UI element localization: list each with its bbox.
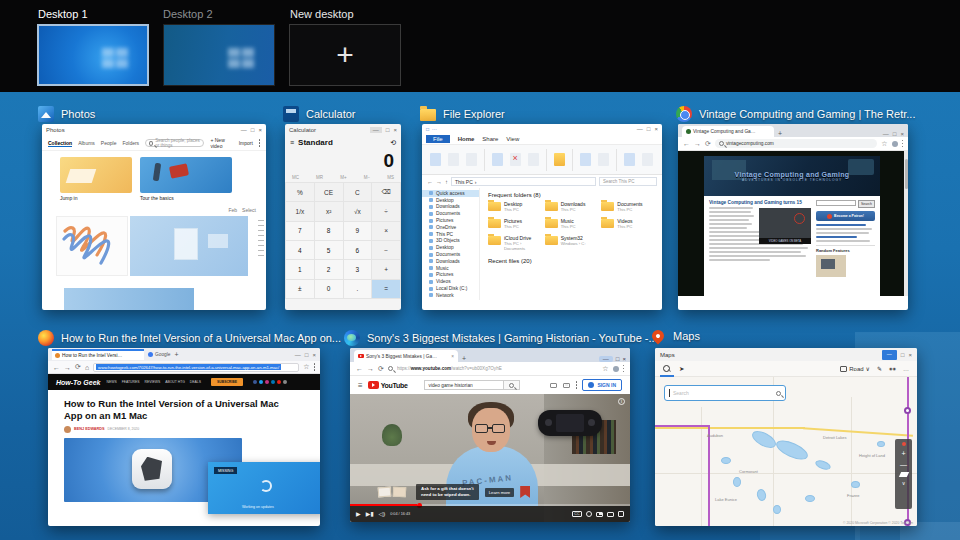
new-tab-icon[interactable]: + [778, 130, 782, 137]
new-video-button[interactable]: + New video [210, 137, 232, 149]
vintage-computer-image[interactable] [816, 255, 846, 277]
tab-people[interactable]: People [101, 140, 117, 146]
folder-desktop[interactable]: DesktopThis PC [488, 201, 541, 212]
photos-card[interactable]: Tour the basics [140, 157, 232, 201]
profile-avatar[interactable] [892, 141, 898, 147]
sidebar-item-onedrive[interactable]: OneDrive [422, 224, 479, 231]
settings-gear-icon[interactable] [586, 511, 592, 517]
photo-thumbnail-wide[interactable] [64, 288, 194, 310]
map-style-dropdown[interactable]: Road∨ [840, 365, 870, 372]
photo-thumbnail-scribble[interactable] [56, 216, 128, 276]
maximize-icon[interactable]: □ [893, 131, 897, 137]
social-icons[interactable] [253, 380, 287, 384]
key-sqrt[interactable]: √x [344, 202, 372, 220]
reload-icon[interactable]: ⟳ [378, 365, 384, 373]
bookmark-star-icon[interactable]: ☆ [881, 140, 887, 148]
favorites-star-icon[interactable]: ☆ [602, 365, 608, 373]
key-backspace[interactable]: ⌫ [372, 183, 400, 201]
edge-window[interactable]: Sony's 3 Biggest Mistakes | Ga…× + — □ ×… [350, 348, 630, 522]
sidebar-item-music[interactable]: Music [422, 265, 479, 272]
windows-update-popup-image[interactable]: MISSING Working on updates [208, 462, 320, 514]
key-equals[interactable]: = [372, 280, 400, 298]
photos-window[interactable]: Photos — □ × Collection Albums People Fo… [42, 124, 266, 310]
menu-dots-icon[interactable] [902, 143, 904, 145]
sidebar-item-desktop[interactable]: Desktop [422, 197, 479, 204]
firefox-window-title[interactable]: How to Run the Intel Version of a Univer… [38, 330, 341, 346]
youtube-logo[interactable]: YouTube [368, 381, 408, 389]
fullscreen-icon[interactable] [618, 511, 624, 517]
close-icon[interactable]: × [312, 352, 316, 358]
create-video-icon[interactable] [550, 383, 557, 388]
reload-icon[interactable]: ⟳ [705, 140, 711, 148]
sidebar-item-pictures[interactable]: Pictures [422, 217, 479, 224]
key-plus[interactable]: + [372, 260, 400, 278]
copy-icon[interactable] [448, 153, 459, 166]
search-input[interactable] [816, 200, 856, 206]
select-button[interactable]: Select [242, 207, 256, 213]
apps-grid-icon[interactable] [563, 383, 570, 388]
close-icon[interactable]: × [622, 356, 626, 362]
tab-folders[interactable]: Folders [122, 140, 139, 146]
photo-thumbnail-screenshot[interactable] [130, 216, 248, 276]
forward-icon[interactable]: → [367, 365, 374, 372]
maximize-icon[interactable]: □ [901, 352, 905, 358]
forward-icon[interactable]: → [436, 179, 442, 185]
menu-dots-icon[interactable] [623, 368, 625, 370]
sidebar-item-this-pc[interactable]: This PC [422, 231, 479, 238]
key-square[interactable]: x² [315, 202, 343, 220]
select-all-icon[interactable] [624, 153, 635, 166]
minimize-icon[interactable]: — [241, 127, 247, 133]
directions-icon[interactable]: ➤ [679, 365, 684, 373]
key-0[interactable]: 0 [315, 280, 343, 298]
nav-link[interactable]: REVIEWS [145, 380, 161, 384]
import-button[interactable]: Import [239, 140, 253, 146]
browser-tab[interactable]: Vintage Computing and Ga… [682, 126, 774, 137]
tilt-button[interactable] [898, 472, 908, 477]
search-tool-icon[interactable] [663, 365, 670, 373]
search-input[interactable]: video game historian [425, 383, 503, 388]
photos-window-title[interactable]: Photos [38, 106, 95, 122]
sidebar-item-network[interactable]: Network [422, 292, 479, 299]
photos-card[interactable]: Jump in [60, 157, 132, 201]
folder-downloads[interactable]: DownloadsThis PC [545, 201, 598, 212]
maximize-icon[interactable]: □ [647, 126, 651, 132]
youtube-video-player[interactable]: PAC-MAN i Ask for a gift that doesn't ne… [350, 394, 630, 522]
profile-avatar[interactable] [613, 366, 619, 372]
more-icon[interactable]: … [903, 366, 909, 372]
sidebar-link[interactable] [816, 224, 866, 226]
play-icon[interactable]: ▶ [356, 511, 361, 517]
memory-button[interactable]: MS [387, 175, 394, 180]
key-divide[interactable]: ÷ [372, 202, 400, 220]
key-multiply[interactable]: × [372, 222, 400, 240]
maximize-icon[interactable]: □ [616, 356, 620, 362]
tab-file[interactable]: File [426, 135, 450, 143]
tab-collection[interactable]: Collection [48, 140, 72, 147]
subscribe-button[interactable]: SUBSCRIBE [211, 378, 243, 386]
address-bar[interactable]: vintagecomputing.com [715, 139, 877, 148]
minimize-icon[interactable]: — [882, 350, 897, 360]
tab-close-icon[interactable]: × [451, 354, 454, 359]
minimize-icon[interactable]: — [599, 356, 613, 362]
delete-icon[interactable] [510, 153, 521, 166]
firefox-window[interactable]: How to Run the Intel Versi… Google + — □… [48, 348, 320, 526]
collapse-chevron-icon[interactable]: ∨ [902, 481, 906, 486]
chrome-window[interactable]: Vintage Computing and Ga… + — □ × ← → ⟳ … [678, 124, 908, 310]
desktop-1-label[interactable]: Desktop 1 [38, 8, 88, 20]
maps-search-input[interactable]: Search [664, 385, 786, 401]
back-icon[interactable]: ← [427, 179, 433, 185]
zoom-out-button[interactable]: — [900, 461, 907, 468]
maximize-icon[interactable]: □ [305, 352, 309, 358]
browser-tab[interactable]: Google [148, 352, 170, 357]
next-icon[interactable]: ▶▮ [366, 511, 374, 517]
key-8[interactable]: 8 [315, 222, 343, 240]
scrollbar[interactable] [904, 151, 908, 296]
zoom-in-button[interactable]: + [901, 450, 905, 457]
map-canvas[interactable]: Search Audubon Detroit La [655, 377, 917, 526]
sidebar-item-documents2[interactable]: Documents [422, 251, 479, 258]
select-none-icon[interactable] [642, 153, 653, 166]
minimize-icon[interactable]: — [295, 352, 301, 358]
maximize-icon[interactable]: □ [386, 127, 390, 133]
up-icon[interactable]: ↑ [445, 179, 448, 185]
new-folder-icon[interactable] [554, 153, 565, 166]
nav-link[interactable]: ABOUT HTG [165, 380, 185, 384]
